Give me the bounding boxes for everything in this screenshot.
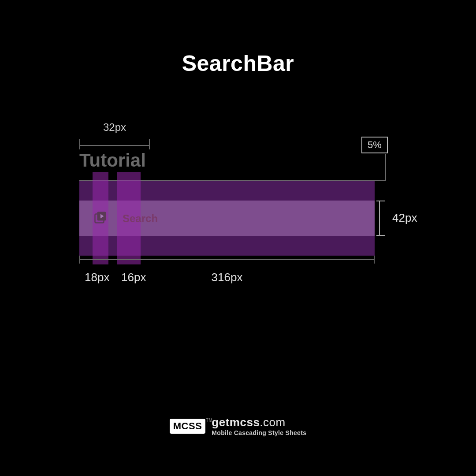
- dimension-top: 32px: [79, 121, 150, 146]
- dimension-bottom: 316px: [79, 259, 375, 260]
- dimension-top-value: 32px: [79, 121, 150, 134]
- dimension-percent-connector-v: [385, 154, 386, 181]
- dimension-col1-value: 18px: [85, 271, 109, 284]
- play-stack-icon: [94, 211, 107, 224]
- dimension-bottom-value: 316px: [212, 271, 243, 284]
- searchbar-diagram: Search: [79, 181, 388, 256]
- dimension-right: 42px: [379, 201, 390, 236]
- logo-trademark: TM: [206, 418, 212, 423]
- logo-text: getmcss.com Mobile Cascading Style Sheet…: [212, 416, 306, 436]
- footer-logo: MCSS TM getmcss.com Mobile Cascading Sty…: [0, 416, 476, 436]
- dimension-percent: 5%: [361, 137, 388, 153]
- tutorial-label: Tutorial: [79, 150, 146, 171]
- dimension-col2-value: 16px: [121, 271, 146, 284]
- page-title: SearchBar: [0, 51, 476, 76]
- dimension-right-value: 42px: [392, 211, 417, 225]
- search-placeholder-text: Search: [123, 212, 158, 225]
- logo-badge: MCSS TM: [170, 419, 206, 434]
